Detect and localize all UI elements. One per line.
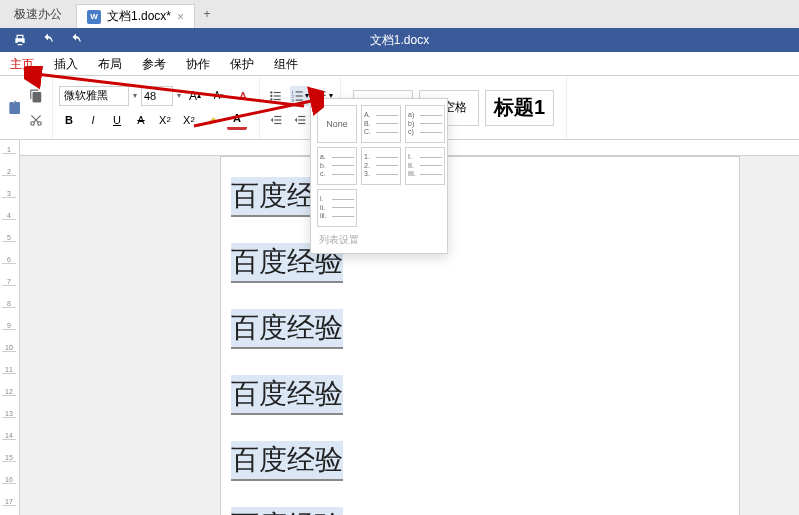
ruler-tick: 3 [2, 190, 16, 198]
highlight-icon[interactable] [203, 110, 223, 130]
menu-2[interactable]: 布局 [88, 52, 132, 76]
print-icon[interactable] [10, 30, 30, 50]
window-title: 文档1.docx [370, 32, 429, 49]
ruler-tick: 1 [2, 146, 16, 154]
undo-icon[interactable] [38, 30, 58, 50]
shrink-font-icon[interactable]: A▾ [209, 86, 229, 106]
doc-line-2[interactable]: 百度经验 [231, 309, 343, 349]
bold-button[interactable]: B [59, 110, 79, 130]
menu-1[interactable]: 插入 [44, 52, 88, 76]
numbered-list-icon[interactable]: 123▾ [290, 86, 310, 106]
grow-font-icon[interactable]: A▴ [185, 86, 205, 106]
document-tab[interactable]: W 文档1.docx* × [76, 4, 195, 28]
svg-rect-9 [296, 91, 303, 92]
ruler-tick: 14 [2, 432, 16, 440]
cut-icon[interactable] [26, 110, 46, 130]
svg-rect-18 [274, 119, 281, 120]
bullet-list-icon[interactable] [266, 86, 286, 106]
decrease-indent-icon[interactable] [266, 110, 286, 130]
word-doc-icon: W [87, 10, 101, 24]
svg-rect-13 [296, 99, 303, 100]
doc-line-4[interactable]: 百度经验 [231, 441, 343, 481]
increase-indent-icon[interactable] [290, 110, 310, 130]
font-group: ▾ ▾ A▴ A▾ A B I U A X2 X2 A [53, 76, 260, 139]
ruler-tick: 9 [2, 322, 16, 330]
svg-rect-14 [316, 91, 325, 92]
doc-line-5[interactable]: 百度经验 [231, 507, 343, 515]
ruler-tick: 11 [2, 366, 16, 374]
titlebar: 文档1.docx [0, 28, 799, 52]
ruler-tick: 10 [2, 344, 16, 352]
paste-button[interactable] [6, 84, 22, 132]
svg-rect-5 [274, 95, 281, 96]
list-panel-footer[interactable]: 列表设置 [317, 227, 441, 247]
svg-rect-21 [298, 119, 305, 120]
document-tab-label: 文档1.docx* [107, 8, 171, 25]
menu-3[interactable]: 参考 [132, 52, 176, 76]
list-option-0[interactable]: A.B.C. [361, 105, 401, 143]
list-option-4[interactable]: I.II.III. [405, 147, 445, 185]
font-color-icon[interactable]: A [233, 86, 253, 106]
list-option-3[interactable]: 1.2.3. [361, 147, 401, 185]
close-tab-icon[interactable]: × [177, 10, 184, 24]
redo-icon[interactable] [66, 30, 86, 50]
list-option-1[interactable]: a)b)c) [405, 105, 445, 143]
svg-rect-20 [298, 115, 305, 116]
svg-rect-17 [274, 115, 281, 116]
svg-text:3: 3 [292, 97, 295, 102]
text-color-icon[interactable]: A [227, 110, 247, 130]
svg-rect-7 [274, 98, 281, 99]
ruler-tick: 4 [2, 212, 16, 220]
menu-0[interactable]: 主页 [0, 52, 44, 76]
menu-5[interactable]: 保护 [220, 52, 264, 76]
list-option-2[interactable]: a.b.c. [317, 147, 357, 185]
ruler-tick: 2 [2, 168, 16, 176]
svg-point-6 [270, 98, 272, 100]
style-heading1[interactable]: 标题1 [485, 90, 554, 126]
svg-rect-11 [296, 95, 303, 96]
list-option-5[interactable]: i.ii.iii. [317, 189, 357, 227]
svg-point-4 [270, 94, 272, 96]
menu-bar: 主页插入布局参考协作保护组件 [0, 52, 799, 76]
font-family-input[interactable] [59, 86, 129, 106]
svg-rect-3 [274, 91, 281, 92]
svg-point-2 [270, 91, 272, 93]
menu-6[interactable]: 组件 [264, 52, 308, 76]
underline-button[interactable]: U [107, 110, 127, 130]
svg-rect-15 [319, 94, 326, 95]
app-name: 极速办公 [0, 0, 76, 28]
font-size-input[interactable] [141, 86, 173, 106]
list-option-none[interactable]: None [317, 105, 357, 143]
document-page[interactable]: 百度经验百度经验百度经验百度经验百度经验百度经验 [220, 156, 740, 515]
ruler-tick: 16 [2, 476, 16, 484]
clipboard-group [0, 76, 53, 139]
ruler-tick: 7 [2, 278, 16, 286]
menu-4[interactable]: 协作 [176, 52, 220, 76]
copy-icon[interactable] [26, 86, 46, 106]
tabstrip: 极速办公 W 文档1.docx* × + [0, 0, 799, 28]
doc-line-3[interactable]: 百度经验 [231, 375, 343, 415]
vertical-ruler: 1234567891011121314151617 [0, 140, 20, 515]
strike-button[interactable]: A [131, 110, 151, 130]
superscript-button[interactable]: X2 [155, 110, 175, 130]
ruler-tick: 8 [2, 300, 16, 308]
ruler-tick: 15 [2, 454, 16, 462]
ruler-tick: 6 [2, 256, 16, 264]
numbered-list-dropdown: None A.B.C.a)b)c)a.b.c.1.2.3.I.II.III.i.… [310, 98, 448, 254]
svg-rect-22 [298, 122, 305, 123]
subscript-button[interactable]: X2 [179, 110, 199, 130]
ruler-tick: 13 [2, 410, 16, 418]
ruler-tick: 12 [2, 388, 16, 396]
ruler-tick: 5 [2, 234, 16, 242]
ruler-tick: 17 [2, 498, 16, 506]
italic-button[interactable]: I [83, 110, 103, 130]
svg-rect-19 [274, 122, 281, 123]
new-tab-button[interactable]: + [195, 0, 219, 28]
